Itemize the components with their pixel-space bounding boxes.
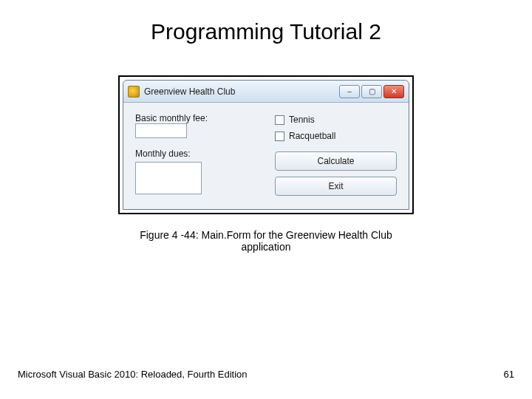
monthly-dues-label: Monthly dues: [135, 149, 257, 159]
calculate-button[interactable]: Calculate [275, 151, 397, 171]
maximize-button[interactable]: ▢ [361, 85, 382, 98]
slide-footer: Microsoft Visual Basic 2010: Reloaded, F… [18, 369, 514, 380]
figure-caption: Figure 4 -44: Main.Form for the Greenvie… [118, 229, 414, 253]
checkbox-group: Tennis Racquetball [275, 113, 397, 141]
minimize-button[interactable]: – [339, 85, 360, 98]
basic-fee-label: Basic monthly fee: [135, 113, 257, 123]
racquetball-row: Racquetball [275, 131, 397, 141]
racquetball-checkbox[interactable] [275, 132, 284, 141]
close-button[interactable]: ✕ [383, 85, 404, 98]
window-buttons: – ▢ ✕ [339, 85, 404, 98]
slide-title: Programming Tutorial 2 [0, 19, 532, 44]
page-number: 61 [504, 369, 514, 380]
tennis-label: Tennis [289, 115, 315, 125]
figure: Greenview Health Club – ▢ ✕ Basic monthl… [118, 75, 414, 253]
button-group: Calculate Exit [275, 149, 397, 196]
tennis-row: Tennis [275, 115, 397, 125]
figure-border: Greenview Health Club – ▢ ✕ Basic monthl… [118, 75, 414, 214]
client-area: Basic monthly fee: Tennis Racquetball Mo… [123, 103, 409, 209]
titlebar: Greenview Health Club – ▢ ✕ [123, 81, 409, 103]
tennis-checkbox[interactable] [275, 115, 284, 125]
basic-fee-input[interactable] [135, 123, 187, 138]
monthly-dues-group: Monthly dues: [135, 149, 257, 196]
window-title: Greenview Health Club [144, 86, 335, 97]
monthly-dues-output [135, 162, 202, 194]
app-window: Greenview Health Club – ▢ ✕ Basic monthl… [123, 80, 409, 210]
exit-button[interactable]: Exit [275, 177, 397, 196]
footer-text: Microsoft Visual Basic 2010: Reloaded, F… [18, 369, 247, 380]
racquetball-label: Racquetball [289, 131, 335, 141]
app-icon [128, 86, 140, 98]
basic-fee-group: Basic monthly fee: [135, 113, 257, 141]
